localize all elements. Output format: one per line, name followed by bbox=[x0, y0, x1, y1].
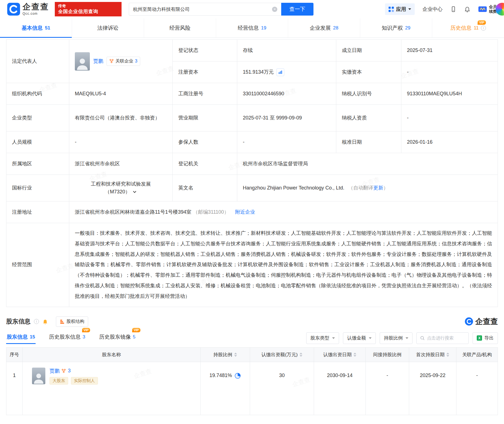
tab-intellectual-property[interactable]: 知识产权 29 bbox=[360, 18, 432, 38]
chevron-down-icon[interactable] bbox=[132, 189, 137, 194]
tab-basic-info[interactable]: 基本信息 51 bbox=[0, 18, 72, 38]
field-label-org-code: 组织机构代码 bbox=[6, 83, 69, 105]
legal-rep-name-link[interactable]: 贾鹏 bbox=[93, 58, 103, 65]
filter-subscribed-amount[interactable]: 认缴金额 bbox=[343, 332, 376, 344]
field-label-en-name: 英文名 bbox=[173, 175, 237, 201]
field-value-approval-date: 2026-01-16 bbox=[401, 131, 498, 153]
shareholders-toolbar: 股东信息 15 历史股东信息 3 VIP 历史股东镜像 5 VIP 股东类型 bbox=[6, 330, 498, 344]
tab-shareholders-current[interactable]: 股东信息 15 bbox=[6, 330, 36, 344]
shareholder-photo[interactable] bbox=[32, 368, 45, 384]
shareholder-indirect-ratio: - bbox=[366, 362, 409, 415]
export-label: 导出 bbox=[484, 335, 494, 341]
shareholder-related-count[interactable]: 3 bbox=[68, 368, 71, 374]
notification-bell-icon[interactable] bbox=[464, 6, 470, 12]
sort-icon[interactable] bbox=[300, 353, 302, 357]
column-header-first-date[interactable]: 首次持股日期 bbox=[409, 348, 456, 362]
tab-operating-risk[interactable]: 经营风险 bbox=[144, 18, 216, 38]
translate-update-link[interactable]: 更新 bbox=[373, 184, 383, 192]
sort-icon[interactable] bbox=[354, 353, 356, 357]
tab-shareholders-mirror[interactable]: 历史股东镜像 5 VIP bbox=[98, 330, 136, 344]
column-header-label: 首次持股日期 bbox=[416, 351, 444, 358]
search-button[interactable]: 查一下 bbox=[281, 3, 313, 16]
column-header-label: 持股比例 bbox=[213, 351, 232, 358]
shareholder-amount: 30 bbox=[250, 362, 314, 415]
equity-structure-button[interactable]: 股权结构 bbox=[56, 316, 88, 327]
sort-icon[interactable] bbox=[234, 353, 237, 357]
industry-text: 工程和技术研究和试验发展 bbox=[91, 180, 151, 188]
field-value-reg-capital: 151.9134万元 bbox=[237, 61, 336, 83]
search-box: × bbox=[129, 3, 281, 16]
filter-label: 持股比例 bbox=[384, 335, 403, 341]
tab-label: 股东信息 bbox=[7, 333, 28, 341]
tab-shareholders-history[interactable]: 历史股东信息 3 VIP bbox=[48, 330, 86, 344]
chevron-down-icon bbox=[369, 337, 372, 339]
filter-share-ratio[interactable]: 持股比例 bbox=[380, 332, 412, 344]
field-value-biz-reg-no: 330110002446590 bbox=[237, 83, 336, 105]
vip-badge: VIP bbox=[82, 328, 90, 332]
column-header-indirect: 间接持股比例 bbox=[366, 348, 409, 362]
info-icon[interactable]: i bbox=[34, 319, 39, 324]
column-header-ratio[interactable]: 持股比例 bbox=[201, 348, 250, 362]
equity-network-icon[interactable] bbox=[61, 369, 66, 373]
page-content: 法定代表人 贾鹏 关联企业 3 登记状态 存续 成立日期 2025-07-31 … bbox=[0, 39, 504, 415]
tab-history-info[interactable]: VIP 历史信息 11 i bbox=[432, 18, 504, 38]
pie-chart-icon[interactable] bbox=[234, 373, 241, 379]
tag-actual-controller: 实际控制人 bbox=[71, 377, 98, 385]
row-index: 1 bbox=[6, 362, 23, 415]
field-value-scope: 一般项目：技术服务、技术开发、技术咨询、技术交流、技术转让、技术推广；新材料技术… bbox=[69, 223, 498, 307]
chevron-down-icon bbox=[406, 337, 408, 339]
tab-count: 15 bbox=[30, 334, 35, 340]
top-header: 企查查 Qcc.com 传奇 全国企业信用查询 × 查一下 应用 企业中心 bbox=[0, 0, 504, 18]
browser-plugin-icon[interactable] bbox=[496, 3, 504, 16]
vip-card-icon bbox=[478, 5, 487, 13]
field-value-legal-rep: 贾鹏 关联企业 3 bbox=[69, 40, 173, 83]
apps-menu[interactable]: 应用 bbox=[385, 3, 415, 15]
column-header-sub-date[interactable]: 认缴出资日期 bbox=[314, 348, 366, 362]
tab-enterprise-development[interactable]: 企业发展 28 bbox=[288, 18, 360, 38]
clear-search-icon[interactable]: × bbox=[272, 7, 277, 12]
shareholder-search-input[interactable] bbox=[427, 336, 465, 341]
export-button[interactable]: X 导出 bbox=[473, 332, 498, 344]
field-label-biz-term: 营业期限 bbox=[173, 105, 237, 131]
enterprise-center-link[interactable]: 企业中心 bbox=[423, 6, 443, 13]
nearby-companies-link[interactable]: 附近企业 bbox=[235, 208, 255, 216]
field-label-staff-size: 人员规模 bbox=[6, 131, 69, 153]
related-companies-button[interactable]: 关联企业 3 bbox=[107, 57, 140, 66]
field-value-org-code: MAEQ9LU5-4 bbox=[69, 83, 173, 105]
monitor-bell-icon[interactable] bbox=[42, 319, 48, 325]
shareholder-name-link[interactable]: 贾鹏 bbox=[50, 368, 60, 374]
promo-line2: 全国企业信用查询 bbox=[58, 9, 118, 15]
qcc-logo[interactable]: 企查查 Qcc.com bbox=[7, 3, 49, 16]
mobile-app-icon[interactable] bbox=[450, 6, 456, 12]
field-value-staff-size: - bbox=[69, 131, 173, 153]
legal-rep-photo[interactable] bbox=[75, 52, 90, 71]
column-header-label: 认缴出资日期 bbox=[323, 351, 352, 358]
equity-network-icon bbox=[109, 59, 114, 63]
search-input[interactable] bbox=[133, 6, 272, 12]
field-label-legal-rep: 法定代表人 bbox=[6, 40, 69, 83]
filter-shareholder-type[interactable]: 股东类型 bbox=[306, 332, 339, 344]
tab-label: 历史股东信息 bbox=[49, 333, 81, 341]
field-label-authority: 登记机关 bbox=[173, 153, 237, 175]
info-icon[interactable]: i bbox=[481, 26, 486, 31]
field-value-biz-term: 2025-07-31 至 9999-09-09 bbox=[237, 105, 336, 131]
column-header-amount[interactable]: 认缴出资额(万元) bbox=[250, 348, 314, 362]
field-value-region: 浙江省杭州市余杭区 bbox=[69, 153, 173, 175]
filter-label: 认缴金额 bbox=[347, 335, 366, 341]
field-label-insured: 参保人数 bbox=[173, 131, 237, 153]
tab-operating-info[interactable]: 经营信息 19 bbox=[216, 18, 288, 38]
address-text: 浙江省杭州市余杭区闲林街道嘉企路11号1号楼394室 bbox=[75, 208, 191, 216]
related-companies-label: 关联企业 bbox=[115, 58, 133, 65]
reg-capital-text: 151.9134万元 bbox=[243, 68, 274, 76]
column-header-name: 股东名称 bbox=[23, 348, 201, 362]
apps-label: 应用 bbox=[396, 6, 406, 13]
tab-count: 5 bbox=[133, 334, 135, 340]
tab-count: 28 bbox=[333, 25, 339, 31]
tab-legal-litigation[interactable]: 法律诉讼 bbox=[72, 18, 144, 38]
logo-subtitle: Qcc.com bbox=[23, 12, 49, 16]
field-value-reg-status: 存续 bbox=[237, 40, 336, 61]
vip-renew-button[interactable]: 会员 续费 bbox=[478, 4, 497, 14]
column-header-label: 认缴出资额(万元) bbox=[261, 351, 298, 358]
capital-chart-icon[interactable] bbox=[276, 68, 284, 76]
sort-icon[interactable] bbox=[446, 353, 449, 357]
